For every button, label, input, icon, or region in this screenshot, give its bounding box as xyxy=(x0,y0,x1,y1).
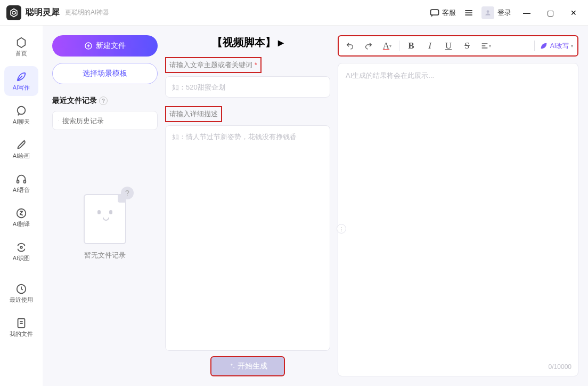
detail-textarea[interactable] xyxy=(165,125,330,351)
help-icon[interactable]: ? xyxy=(99,96,108,105)
sidebar-item-label: AI聊天 xyxy=(13,118,30,126)
empty-state: ? 暂无文件记录 xyxy=(52,194,158,260)
camera-icon xyxy=(15,242,27,253)
close-button[interactable]: ✕ xyxy=(566,5,582,21)
sidebar-item-home[interactable]: 首页 xyxy=(4,32,38,62)
svg-rect-3 xyxy=(17,180,19,183)
sidebar-item-label: 我的文件 xyxy=(10,330,33,338)
clock-icon xyxy=(15,283,27,295)
ai-rewrite-label: AI改写 xyxy=(550,42,569,51)
svg-point-10 xyxy=(58,120,59,120)
middle-column: 【视频脚本】 ▶ 请输入文章主题或者关键词 * 请输入详细描述 开始生成 xyxy=(165,35,330,376)
editor-toolbar: A▾ B I U S ▾ AI改写 ▾ xyxy=(338,35,578,57)
app-subtitle: 更聪明的AI神器 xyxy=(65,8,109,17)
sparkle-icon xyxy=(228,363,235,370)
sidebar-item-label: 最近使用 xyxy=(10,296,33,304)
preview-placeholder: AI生成的结果将会在此展示... xyxy=(346,71,434,79)
minimize-button[interactable]: — xyxy=(519,5,535,21)
select-template-button[interactable]: 选择场景模板 xyxy=(52,63,158,84)
right-column: A▾ B I U S ▾ AI改写 ▾ AI生成的结果将会在此展示 xyxy=(338,35,578,376)
sidebar-item-translate[interactable]: AI翻译 xyxy=(4,203,38,232)
sidebar-item-draw[interactable]: AI绘画 xyxy=(4,134,38,164)
sidebar-item-chat[interactable]: AI聊天 xyxy=(4,100,38,130)
topic-label-text: 请输入文章主题或者关键词 xyxy=(169,61,252,69)
left-column: 新建文件 选择场景模板 最近文件记录 ? ? xyxy=(52,35,158,376)
app-logo-icon xyxy=(6,5,21,20)
svg-point-1 xyxy=(487,10,489,13)
preview-area[interactable]: AI生成的结果将会在此展示... 0/10000 xyxy=(338,63,578,376)
sidebar-item-label: AI语音 xyxy=(13,186,30,194)
strike-button[interactable]: S xyxy=(460,39,474,53)
empty-file-icon xyxy=(84,194,126,244)
char-count: 0/10000 xyxy=(549,363,571,371)
toolbar-separator xyxy=(399,41,399,51)
headphone-icon xyxy=(15,173,27,185)
detail-label-text: 请输入详细描述 xyxy=(169,110,218,118)
app-name: 聪明灵犀 xyxy=(26,7,60,18)
sidebar-item-files[interactable]: 我的文件 xyxy=(4,312,38,342)
avatar-icon xyxy=(481,6,494,19)
chat-bubble-icon xyxy=(15,105,27,117)
login-button[interactable]: 登录 xyxy=(481,6,511,19)
home-icon xyxy=(15,37,27,49)
sidebar-item-label: AI识图 xyxy=(13,254,30,262)
resize-handle[interactable] xyxy=(337,224,346,234)
svg-point-6 xyxy=(20,246,22,248)
sidebar-item-label: AI写作 xyxy=(13,84,30,92)
new-file-button[interactable]: 新建文件 xyxy=(52,35,158,57)
leaf-icon xyxy=(540,42,548,50)
file-icon xyxy=(15,317,27,329)
feather-icon xyxy=(15,71,27,83)
recent-files-heading: 最近文件记录 ? xyxy=(52,96,158,106)
sidebar-item-write[interactable]: AI写作 xyxy=(4,66,38,96)
search-history-box[interactable] xyxy=(52,111,158,130)
topic-label: 请输入文章主题或者关键词 * xyxy=(165,57,262,73)
titlebar: 聪明灵犀 更聪明的AI神器 客服 登录 — ▢ ✕ xyxy=(0,0,588,26)
page-title-text: 【视频脚本】 xyxy=(212,35,276,50)
search-input[interactable] xyxy=(62,117,152,125)
page-title: 【视频脚本】 ▶ xyxy=(165,35,330,50)
brush-icon xyxy=(15,139,27,151)
text-color-button[interactable]: A▾ xyxy=(380,39,394,53)
required-star: * xyxy=(255,61,257,69)
menu-icon[interactable] xyxy=(463,7,474,18)
sidebar: 首页 AI写作 AI聊天 AI绘画 AI语音 AI翻译 AI识图 最 xyxy=(0,26,43,386)
customer-service-label: 客服 xyxy=(442,8,456,18)
ai-rewrite-button[interactable]: AI改写 ▾ xyxy=(540,42,573,51)
chat-icon xyxy=(429,7,440,18)
maximize-button[interactable]: ▢ xyxy=(542,5,558,21)
redo-icon xyxy=(364,42,373,50)
undo-icon xyxy=(346,42,354,50)
login-label: 登录 xyxy=(497,8,511,18)
toolbar-separator xyxy=(534,41,535,51)
undo-button[interactable] xyxy=(343,39,357,53)
detail-label: 请输入详细描述 xyxy=(165,106,222,122)
align-button[interactable]: ▾ xyxy=(479,39,493,53)
recent-title-text: 最近文件记录 xyxy=(52,96,97,106)
new-file-label: 新建文件 xyxy=(96,41,126,51)
question-badge-icon: ? xyxy=(121,187,134,199)
sidebar-item-label: AI翻译 xyxy=(13,220,30,228)
empty-text: 暂无文件记录 xyxy=(84,251,126,260)
topic-input[interactable] xyxy=(165,76,330,98)
translate-icon xyxy=(15,207,27,219)
generate-label: 开始生成 xyxy=(238,361,267,371)
sidebar-item-label: 首页 xyxy=(15,50,27,58)
italic-button[interactable]: I xyxy=(423,39,437,53)
sidebar-item-vision[interactable]: AI识图 xyxy=(4,237,38,267)
bold-button[interactable]: B xyxy=(404,39,418,53)
sidebar-item-audio[interactable]: AI语音 xyxy=(4,168,38,198)
svg-rect-4 xyxy=(24,180,26,183)
generate-button[interactable]: 开始生成 xyxy=(210,356,285,376)
sidebar-item-recent[interactable]: 最近使用 xyxy=(4,278,38,308)
align-icon xyxy=(480,42,489,50)
triangle-icon[interactable]: ▶ xyxy=(278,38,284,47)
search-icon xyxy=(58,116,59,125)
redo-button[interactable] xyxy=(362,39,375,53)
underline-button[interactable]: U xyxy=(442,39,455,53)
plus-circle-icon xyxy=(84,42,93,50)
sidebar-item-label: AI绘画 xyxy=(13,152,30,160)
template-label: 选择场景模板 xyxy=(83,69,127,78)
customer-service-button[interactable]: 客服 xyxy=(429,7,456,18)
